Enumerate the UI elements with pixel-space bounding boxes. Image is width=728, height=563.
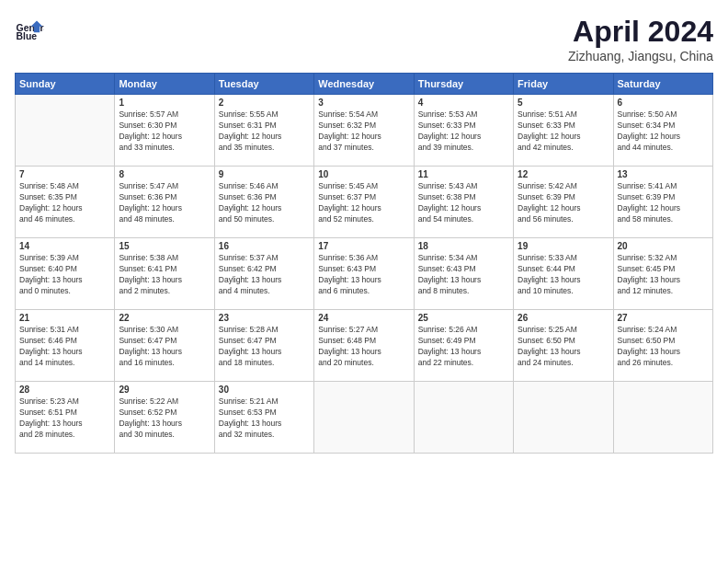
day-number: 22 [119,313,210,323]
day-number: 26 [518,313,609,323]
day-number: 11 [418,169,509,179]
cell-info: Sunrise: 5:28 AMSunset: 6:47 PMDaylight:… [219,325,310,369]
cell-info: Sunrise: 5:48 AMSunset: 6:35 PMDaylight:… [19,181,110,225]
cell-info: Sunrise: 5:21 AMSunset: 6:53 PMDaylight:… [219,396,310,441]
calendar-table: SundayMondayTuesdayWednesdayThursdayFrid… [15,73,713,454]
cell-info: Sunrise: 5:55 AMSunset: 6:31 PMDaylight:… [219,109,310,154]
calendar-cell: 7Sunrise: 5:48 AMSunset: 6:35 PMDaylight… [16,167,115,238]
cell-info: Sunrise: 5:33 AMSunset: 6:44 PMDaylight:… [518,253,609,297]
calendar-cell: 14Sunrise: 5:39 AMSunset: 6:40 PMDayligh… [16,238,115,310]
calendar-cell [314,382,414,454]
calendar-cell: 5Sunrise: 5:51 AMSunset: 6:33 PMDaylight… [514,95,613,167]
calendar-cell [514,382,613,454]
cell-info: Sunrise: 5:27 AMSunset: 6:48 PMDaylight:… [318,325,409,369]
cell-info: Sunrise: 5:50 AMSunset: 6:34 PMDaylight:… [618,109,709,154]
day-number: 8 [119,169,210,179]
day-number: 17 [318,241,409,251]
day-number: 2 [219,98,310,108]
day-number: 15 [119,241,210,251]
cell-info: Sunrise: 5:32 AMSunset: 6:45 PMDaylight:… [618,253,709,297]
day-number: 21 [19,313,110,323]
logo: General Blue [15,15,44,44]
calendar-cell: 18Sunrise: 5:34 AMSunset: 6:43 PMDayligh… [414,238,513,310]
day-number: 24 [318,313,409,323]
day-number: 10 [318,169,409,179]
day-number: 19 [518,241,609,251]
calendar-cell [16,95,115,167]
day-number: 29 [119,385,210,395]
calendar-cell [414,382,513,454]
cell-info: Sunrise: 5:43 AMSunset: 6:38 PMDaylight:… [418,181,509,225]
calendar-cell: 27Sunrise: 5:24 AMSunset: 6:50 PMDayligh… [613,310,712,382]
title-block: April 2024 Zizhuang, Jiangsu, China [568,15,713,63]
cell-info: Sunrise: 5:26 AMSunset: 6:49 PMDaylight:… [418,325,509,369]
cell-info: Sunrise: 5:39 AMSunset: 6:40 PMDaylight:… [19,253,110,297]
cell-info: Sunrise: 5:23 AMSunset: 6:51 PMDaylight:… [19,396,110,441]
day-number: 1 [119,98,210,108]
day-number: 25 [418,313,509,323]
week-row-5: 28Sunrise: 5:23 AMSunset: 6:51 PMDayligh… [16,382,713,454]
calendar-cell: 3Sunrise: 5:54 AMSunset: 6:32 PMDaylight… [314,95,414,167]
cell-info: Sunrise: 5:41 AMSunset: 6:39 PMDaylight:… [618,181,709,225]
cell-info: Sunrise: 5:54 AMSunset: 6:32 PMDaylight:… [318,109,409,154]
day-header-thursday: Thursday [414,74,513,95]
calendar-cell: 23Sunrise: 5:28 AMSunset: 6:47 PMDayligh… [214,310,313,382]
day-number: 23 [219,313,310,323]
calendar-cell: 12Sunrise: 5:42 AMSunset: 6:39 PMDayligh… [514,167,613,238]
cell-info: Sunrise: 5:47 AMSunset: 6:36 PMDaylight:… [119,181,210,225]
header-row: SundayMondayTuesdayWednesdayThursdayFrid… [16,74,713,95]
page-header: General Blue April 2024 Zizhuang, Jiangs… [15,15,713,63]
calendar-cell: 26Sunrise: 5:25 AMSunset: 6:50 PMDayligh… [514,310,613,382]
svg-text:Blue: Blue [17,31,38,41]
day-number: 5 [518,98,609,108]
day-header-wednesday: Wednesday [314,74,414,95]
calendar-cell: 4Sunrise: 5:53 AMSunset: 6:33 PMDaylight… [414,95,513,167]
day-number: 20 [618,241,709,251]
week-row-3: 14Sunrise: 5:39 AMSunset: 6:40 PMDayligh… [16,238,713,310]
cell-info: Sunrise: 5:38 AMSunset: 6:41 PMDaylight:… [119,253,210,297]
cell-info: Sunrise: 5:37 AMSunset: 6:42 PMDaylight:… [219,253,310,297]
calendar-cell: 21Sunrise: 5:31 AMSunset: 6:46 PMDayligh… [16,310,115,382]
cell-info: Sunrise: 5:30 AMSunset: 6:47 PMDaylight:… [119,325,210,369]
day-number: 3 [318,98,409,108]
day-number: 7 [19,169,110,179]
calendar-cell: 11Sunrise: 5:43 AMSunset: 6:38 PMDayligh… [414,167,513,238]
calendar-cell: 8Sunrise: 5:47 AMSunset: 6:36 PMDaylight… [115,167,214,238]
day-header-saturday: Saturday [613,74,712,95]
calendar-cell: 19Sunrise: 5:33 AMSunset: 6:44 PMDayligh… [514,238,613,310]
day-number: 30 [219,385,310,395]
logo-icon: General Blue [15,15,44,44]
week-row-4: 21Sunrise: 5:31 AMSunset: 6:46 PMDayligh… [16,310,713,382]
cell-info: Sunrise: 5:36 AMSunset: 6:43 PMDaylight:… [318,253,409,297]
day-header-tuesday: Tuesday [214,74,313,95]
calendar-cell [613,382,712,454]
calendar-cell: 30Sunrise: 5:21 AMSunset: 6:53 PMDayligh… [214,382,313,454]
calendar-cell: 1Sunrise: 5:57 AMSunset: 6:30 PMDaylight… [115,95,214,167]
day-number: 16 [219,241,310,251]
cell-info: Sunrise: 5:46 AMSunset: 6:36 PMDaylight:… [219,181,310,225]
day-number: 6 [618,98,709,108]
day-number: 13 [618,169,709,179]
calendar-cell: 29Sunrise: 5:22 AMSunset: 6:52 PMDayligh… [115,382,214,454]
calendar-cell: 6Sunrise: 5:50 AMSunset: 6:34 PMDaylight… [613,95,712,167]
day-number: 9 [219,169,310,179]
location: Zizhuang, Jiangsu, China [568,49,713,63]
day-header-sunday: Sunday [16,74,115,95]
day-number: 14 [19,241,110,251]
cell-info: Sunrise: 5:51 AMSunset: 6:33 PMDaylight:… [518,109,609,154]
cell-info: Sunrise: 5:22 AMSunset: 6:52 PMDaylight:… [119,396,210,441]
calendar-cell: 2Sunrise: 5:55 AMSunset: 6:31 PMDaylight… [214,95,313,167]
calendar-cell: 24Sunrise: 5:27 AMSunset: 6:48 PMDayligh… [314,310,414,382]
calendar-cell: 16Sunrise: 5:37 AMSunset: 6:42 PMDayligh… [214,238,313,310]
day-number: 18 [418,241,509,251]
cell-info: Sunrise: 5:53 AMSunset: 6:33 PMDaylight:… [418,109,509,154]
day-number: 27 [618,313,709,323]
calendar-cell: 10Sunrise: 5:45 AMSunset: 6:37 PMDayligh… [314,167,414,238]
cell-info: Sunrise: 5:45 AMSunset: 6:37 PMDaylight:… [318,181,409,225]
cell-info: Sunrise: 5:57 AMSunset: 6:30 PMDaylight:… [119,109,210,154]
week-row-1: 1Sunrise: 5:57 AMSunset: 6:30 PMDaylight… [16,95,713,167]
day-header-monday: Monday [115,74,214,95]
cell-info: Sunrise: 5:42 AMSunset: 6:39 PMDaylight:… [518,181,609,225]
day-number: 28 [19,385,110,395]
calendar-cell: 25Sunrise: 5:26 AMSunset: 6:49 PMDayligh… [414,310,513,382]
